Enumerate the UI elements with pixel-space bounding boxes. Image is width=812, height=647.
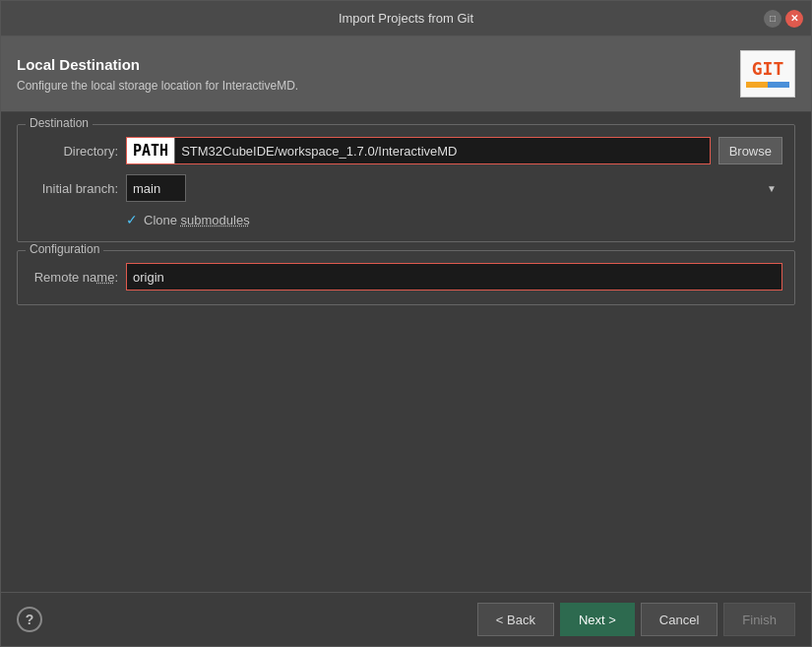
cancel-button[interactable]: Cancel: [641, 603, 718, 636]
remote-name-row: Remote name:: [30, 263, 782, 291]
remote-name-input[interactable]: [126, 263, 782, 291]
footer-right: < Back Next > Cancel Finish: [477, 603, 795, 636]
directory-text: STM32CubeIDE/workspace_1.7.0/Interactive…: [175, 140, 710, 162]
dialog: Import Projects from Git □ ✕ Local Desti…: [0, 0, 812, 647]
page-title: Local Destination: [17, 56, 298, 73]
directory-input-cell: PATH STM32CubeIDE/workspace_1.7.0/Intera…: [126, 137, 711, 164]
remote-name-underline: me: [96, 270, 114, 285]
minimize-button[interactable]: □: [764, 10, 781, 28]
path-highlight: PATH: [127, 138, 175, 163]
directory-row: Directory: PATH STM32CubeIDE/workspace_1…: [30, 137, 782, 164]
content: Destination Directory: PATH STM32CubeIDE…: [1, 112, 811, 592]
branch-select[interactable]: main: [126, 174, 186, 202]
footer-left: ?: [17, 607, 42, 632]
git-logo: GIT: [740, 50, 795, 97]
finish-button: Finish: [723, 603, 795, 636]
clone-submodules-row: ✓ Clone submodules: [30, 212, 782, 227]
help-button[interactable]: ?: [17, 607, 42, 632]
checkmark-icon: ✓: [126, 212, 138, 227]
browse-button[interactable]: Browse: [718, 137, 782, 164]
branch-label: Initial branch:: [30, 181, 118, 196]
back-button[interactable]: < Back: [477, 603, 554, 636]
footer: ? < Back Next > Cancel Finish: [1, 592, 811, 646]
branch-select-wrapper: main ▼: [126, 174, 782, 202]
header-left: Local Destination Configure the local st…: [17, 56, 298, 93]
dialog-title: Import Projects from Git: [339, 11, 473, 26]
configuration-group: Configuration Remote name:: [17, 250, 795, 305]
destination-legend: Destination: [26, 116, 93, 130]
next-button[interactable]: Next >: [560, 603, 635, 636]
destination-group: Destination Directory: PATH STM32CubeIDE…: [17, 124, 795, 242]
title-bar: Import Projects from Git □ ✕: [1, 1, 811, 36]
clone-submodules-label: Clone submodules: [144, 213, 250, 227]
git-logo-bar: [746, 82, 789, 88]
close-button[interactable]: ✕: [785, 10, 803, 28]
git-logo-text: GIT: [752, 60, 784, 78]
header: Local Destination Configure the local st…: [1, 36, 811, 112]
title-controls: □ ✕: [764, 10, 803, 28]
chevron-down-icon: ▼: [767, 183, 777, 194]
page-subtitle: Configure the local storage location for…: [17, 79, 298, 93]
branch-row: Initial branch: main ▼: [30, 174, 782, 202]
clone-submodules-underline: submodules: [181, 213, 250, 227]
directory-label: Directory:: [30, 144, 118, 159]
configuration-legend: Configuration: [26, 242, 103, 256]
remote-name-label: Remote name:: [30, 270, 118, 285]
